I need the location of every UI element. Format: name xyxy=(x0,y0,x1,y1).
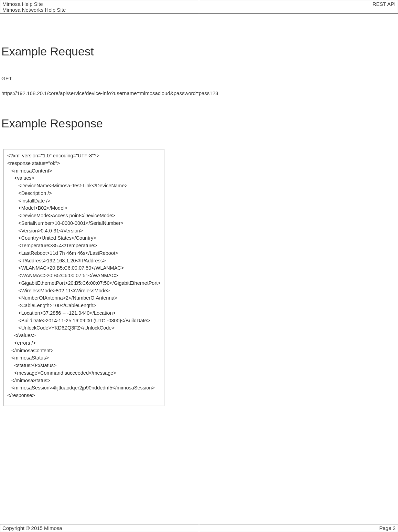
header-right-label: REST API xyxy=(373,1,396,7)
header-right-cell: REST API xyxy=(199,0,398,14)
example-request-heading: Example Request xyxy=(1,45,397,58)
response-xml-block: <?xml version="1.0" encoding="UTF-8"?> <… xyxy=(3,149,164,406)
request-method: GET xyxy=(1,75,397,81)
page-footer: Copyright © 2015 Mimosa Page 2 xyxy=(0,524,398,532)
request-url: https://192.168.20.1/core/api/service/de… xyxy=(1,90,397,96)
footer-copyright: Copyright © 2015 Mimosa xyxy=(0,524,199,532)
page-header: Mimosa Help Site Mimosa Networks Help Si… xyxy=(0,0,398,14)
example-response-heading: Example Response xyxy=(1,117,397,130)
main-content: Example Request GET https://192.168.20.1… xyxy=(0,45,398,406)
header-title-line2: Mimosa Networks Help Site xyxy=(2,7,197,13)
footer-page: Page 2 xyxy=(199,524,398,532)
header-title-line1: Mimosa Help Site xyxy=(2,1,197,7)
header-left-cell: Mimosa Help Site Mimosa Networks Help Si… xyxy=(0,0,199,14)
